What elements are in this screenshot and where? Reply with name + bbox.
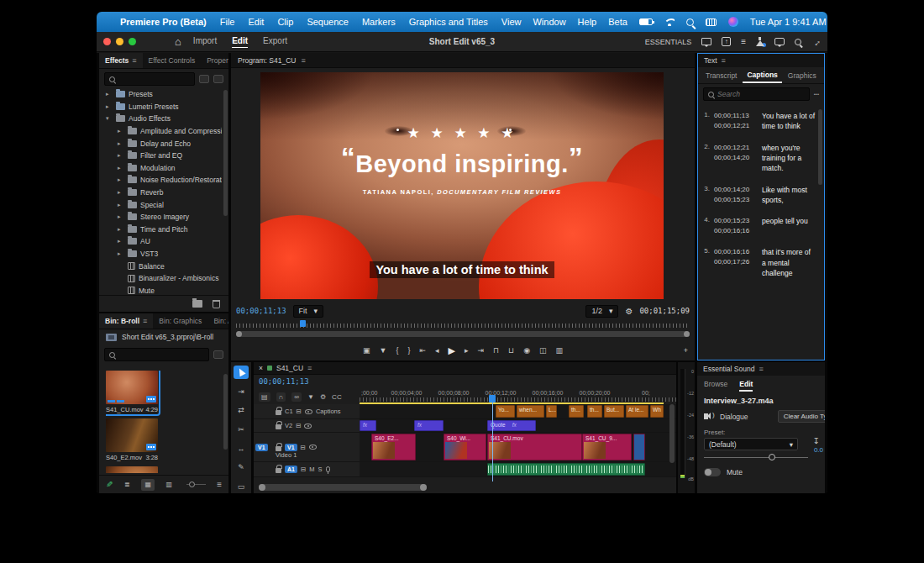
snap-icon[interactable]: ∩ [276, 392, 286, 402]
tab-graphics[interactable]: Graphics [784, 69, 821, 82]
tab-transcript[interactable]: Transcript [701, 69, 741, 82]
video-clip[interactable]: S40_E2... [371, 434, 416, 460]
add-marker-icon[interactable]: ▼ [379, 346, 386, 355]
lift-icon[interactable]: ⊓ [493, 346, 499, 355]
caption-text[interactable]: Like with most sports, [762, 185, 816, 206]
sequence-tab[interactable]: S41_CU [276, 364, 303, 372]
bin-clip-selected[interactable]: S41_CU.mov4:29 [106, 371, 158, 413]
tree-item[interactable]: ▸Delay and Echo [99, 137, 222, 150]
video1-track[interactable]: S40_E2... S40_Wi... S41_CU.mov S41_CU_9.… [360, 433, 676, 461]
step-forward-icon[interactable]: ▸ [465, 346, 469, 355]
new-bin-icon[interactable] [192, 300, 202, 308]
tree-item[interactable]: ▾Audio Effects [99, 113, 222, 125]
tree-item[interactable]: ▸Reverb [99, 187, 222, 199]
tree-item[interactable]: ▸Stereo Imagery [99, 211, 222, 224]
pen-tool[interactable]: ✎ [234, 461, 249, 475]
captions-options-icon[interactable]: ••• [814, 92, 819, 97]
panel-menu-icon[interactable]: ≡ [143, 317, 147, 325]
menu-view[interactable]: View [501, 17, 522, 27]
caption-timecodes[interactable]: 00;00;14;2000;00;15;23 [714, 185, 758, 206]
audio-type-label[interactable]: Dialogue [720, 413, 748, 421]
essential-sound-title[interactable]: Essential Sound [703, 365, 754, 373]
solo-track-button[interactable]: S [318, 466, 323, 473]
graphic-clip[interactable]: fx [360, 420, 376, 431]
timeline-settings-icon[interactable]: ⚙ [320, 393, 326, 401]
caption-text[interactable]: when you're training for a match. [762, 143, 816, 174]
track-v2-label[interactable]: V2 [285, 422, 292, 429]
program-playhead[interactable] [300, 320, 306, 327]
bin-breadcrumb[interactable]: Short Edit v65_3.prproj\B-roll [122, 333, 213, 341]
timeline-horizontal-scrollbar[interactable] [259, 484, 427, 491]
chevron-right-icon[interactable]: ▸ [118, 202, 124, 208]
resolution-dropdown[interactable]: 1/2▾ [585, 305, 618, 318]
nav-edit[interactable]: Edit [232, 36, 248, 48]
comparison-view-icon[interactable]: ▣ [363, 346, 370, 355]
close-sequence-icon[interactable]: × [259, 364, 263, 372]
chevron-right-icon[interactable]: ▸ [118, 238, 124, 245]
beta-features-icon[interactable] [756, 37, 764, 46]
sync-badge-icon[interactable]: ⊟ [301, 444, 306, 451]
clip-name[interactable]: S40_E2.mov [106, 454, 142, 461]
chevron-right-icon[interactable]: ▸ [118, 152, 124, 159]
tree-item[interactable]: ▸Noise Reduction/Restoration [99, 174, 222, 187]
effects-search-input[interactable] [104, 72, 195, 86]
menu-file[interactable]: File [220, 17, 235, 27]
caption-clip[interactable]: Yo... [496, 405, 515, 418]
sync-badge-icon[interactable]: ⊟ [297, 408, 302, 415]
32bit-effects-icon[interactable] [213, 75, 223, 83]
video-clip[interactable]: S40_Wi... [444, 434, 486, 460]
tree-item[interactable]: Mute [99, 285, 222, 296]
list-view-icon[interactable]: ≣ [120, 479, 134, 491]
lock-icon[interactable] [276, 424, 281, 429]
bin-clip[interactable]: S40_E2.mov3:28 [106, 418, 158, 461]
tab-bin-broll[interactable]: Bin: B-roll≡ [99, 313, 153, 329]
chevron-right-icon[interactable]: ▸ [118, 226, 124, 233]
ripple-edit-tool[interactable]: ⇄ [234, 403, 249, 417]
timeline-current-timecode[interactable]: 00;00;11;13 [259, 377, 309, 386]
program-scrollbar[interactable] [236, 331, 690, 337]
panel-menu-icon[interactable]: ≡ [722, 56, 726, 65]
program-scrub-bar[interactable] [236, 320, 690, 328]
export-frame-icon[interactable]: ◉ [523, 346, 530, 355]
menu-edit[interactable]: Edit [248, 17, 264, 27]
tree-item[interactable]: Binauralizer - Ambisonics [99, 272, 222, 285]
bin-search-input[interactable] [104, 348, 209, 361]
lock-icon[interactable] [276, 410, 281, 415]
tree-item[interactable]: ▸Lumetri Presets [99, 101, 222, 113]
video-clip[interactable] [633, 434, 645, 460]
monitor-settings-icon[interactable]: ⚙ [625, 307, 633, 316]
panel-menu-icon[interactable]: ≡ [301, 56, 305, 65]
chevron-right-icon[interactable]: ▸ [118, 165, 124, 171]
preset-dropdown[interactable]: (Default) ▾ [704, 438, 798, 450]
tab-effects[interactable]: Effects≡ [99, 53, 143, 68]
chevron-right-icon[interactable]: ▸ [118, 176, 124, 183]
caption-clip[interactable]: At le... [626, 405, 648, 418]
sort-menu-icon[interactable]: ≡ [217, 480, 222, 489]
track-c1-label[interactable]: C1 [285, 408, 293, 415]
panel-menu-icon[interactable]: ≡ [307, 364, 312, 372]
feedback-icon[interactable] [774, 38, 785, 45]
timeline-ruler[interactable]: ;00;00 00;00;04;00 00;00;08;00 00;00;12;… [360, 389, 676, 404]
lock-icon[interactable] [276, 468, 281, 473]
clip-name[interactable]: S41_CU.mov [106, 406, 144, 413]
captions-search-field[interactable] [717, 90, 805, 98]
chevron-right-icon[interactable]: ▸ [118, 140, 124, 147]
track-v1-target[interactable]: V1 [285, 444, 297, 451]
caption-text[interactable]: You have a lot of time to think [762, 111, 816, 132]
overwrite-icon[interactable]: ▥ [556, 346, 564, 355]
tab-edit[interactable]: Edit [739, 380, 753, 392]
linked-selection-icon[interactable]: ∞ [291, 392, 302, 402]
caption-clip[interactable]: th... [587, 405, 602, 418]
tab-sequence[interactable]: S4 [822, 69, 825, 82]
tree-item[interactable]: ▸Special [99, 198, 222, 211]
menu-clock[interactable]: Tue Apr 1 9:41 AM [750, 17, 827, 27]
search-icon[interactable] [795, 39, 801, 45]
caption-timecodes[interactable]: 00;00;12;2100;00;14;20 [714, 143, 758, 174]
slider-knob[interactable] [769, 454, 775, 460]
chevron-right-icon[interactable]: ▸ [118, 128, 124, 134]
caption-row[interactable]: 5. 00;00;16;1600;00;17;26 that it's more… [701, 247, 816, 278]
track-visibility-icon[interactable] [309, 445, 317, 450]
caption-timecodes[interactable]: 00;00;11;1300;00;12;21 [714, 111, 758, 132]
graphic-clip-quote[interactable]: Quotefx [487, 420, 536, 431]
caption-row[interactable]: 1. 00;00;11;1300;00;12;21 You have a lot… [701, 111, 816, 132]
